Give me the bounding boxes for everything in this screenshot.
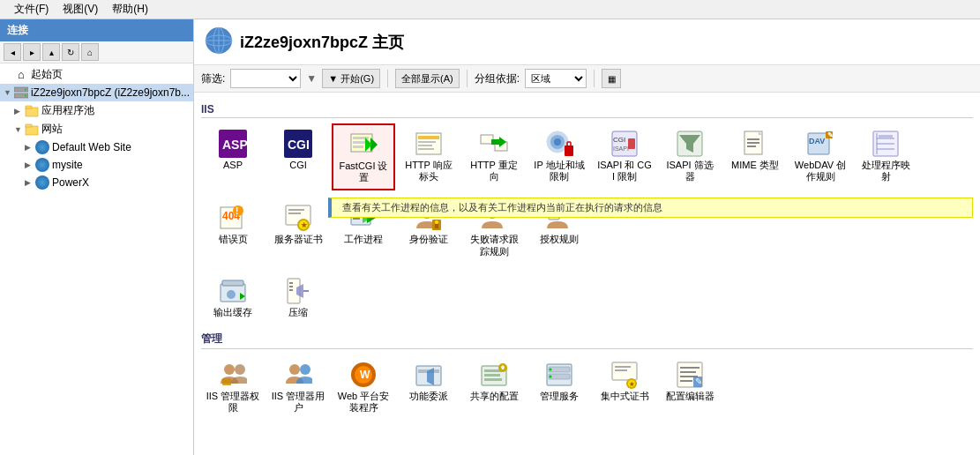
sidebar-item-home[interactable]: ⌂ 起始页 [0,65,193,84]
iis-mgr-rights-icon-item[interactable]: IIS 管理器权限 [201,354,265,420]
svg-text:✎: ✎ [695,377,702,386]
auth-label: 身份验证 [409,234,448,245]
shared-config-icon-item[interactable]: 共享的配置 [462,354,526,420]
isapi-cgi-icon: CGI ISAPI [610,130,639,158]
iis-section-label: IIS [201,103,973,118]
feature-icon-item[interactable]: 功能委派 [397,354,460,420]
ip-icon [545,130,573,158]
authz-label: 授权规则 [540,234,579,245]
shared-config-label: 共享的配置 [470,391,519,402]
svg-point-33 [554,138,561,145]
filter-select[interactable] [230,69,301,88]
web-plat-icon: W [349,361,378,389]
home-button[interactable]: ⌂ [81,43,99,61]
svg-rect-28 [481,135,493,144]
webdav-icon-item[interactable]: DAV ✎ WebDAV 创作规则 [789,123,852,190]
group-select[interactable]: 区域 [525,69,587,88]
menu-file[interactable]: 文件(F) [7,0,56,19]
worker-tooltip: 查看有关工作进程的信息，以及有关工作进程内当前正在执行的请求的信息 [328,198,973,218]
svg-rect-25 [418,141,436,143]
mime-icon-item[interactable]: MIME 类型 [723,123,787,190]
svg-rect-125 [680,371,696,373]
sidebar-item-server[interactable]: ▼ iZ2ze9joxn7bpcZ (iZ2ze9joxn7b... [0,84,193,101]
web-plat-icon-item[interactable]: W Web 平台安装程序 [332,354,395,420]
output-icon [219,277,247,305]
svg-point-96 [235,364,245,375]
error-icon: 404 ! [219,204,247,232]
svg-text:ISAPI: ISAPI [613,145,629,152]
refresh-button[interactable]: ↻ [62,43,79,61]
back-button[interactable]: ◂ [4,43,21,61]
svg-rect-4 [26,108,38,116]
expand-icon: ▶ [25,143,35,152]
expand-icon: ▼ [14,125,25,134]
svg-text:DAV: DAV [809,137,825,145]
expand-icon: ▶ [14,107,25,116]
svg-text:!: ! [236,206,238,216]
start-button[interactable]: ▼ 开始(G) [322,69,380,88]
sidebar-item-apppool[interactable]: ▶ 应用程序池 [0,101,193,120]
svg-rect-71 [353,218,360,220]
output-icon-item[interactable]: 输出缓存 [201,271,265,324]
cert-label: 服务器证书 [274,234,323,245]
asp-icon-item[interactable]: ASP ASP [201,123,265,190]
config-editor-icon-item[interactable]: ✎ 配置编辑器 [658,354,722,420]
home-icon: ⌂ [14,68,28,82]
forward-button[interactable]: ▸ [23,43,41,61]
svg-rect-109 [484,378,502,381]
svg-text:CGI: CGI [613,136,625,144]
menu-help[interactable]: 帮助(H) [105,0,155,19]
mgmt-svc-icon [545,361,573,389]
show-all-button[interactable]: 全部显示(A) [395,69,460,88]
sidebar-item-defaultsite[interactable]: ▶ Default Web Site [0,138,193,156]
central-cert-icon-item[interactable]: ★ 集中式证书 [593,354,656,420]
separator [594,70,595,87]
compress-icon-item[interactable]: 压缩 [266,271,330,324]
svg-rect-118 [615,366,631,368]
svg-rect-7 [26,124,32,127]
menu-view[interactable]: 视图(V) [56,0,105,19]
sidebar-item-mysite[interactable]: ▶ mysite [0,156,193,174]
error-icon-item[interactable]: 404 ! 错误页 [201,198,265,263]
sidebar-header: 连接 [0,19,193,41]
cgi-label: CGI [289,160,307,171]
fastcgi-label: FastCGI 设置 [337,160,390,183]
svg-rect-20 [353,145,363,148]
up-button[interactable]: ▴ [42,43,60,61]
fastcgi-icon [349,131,378,159]
svg-rect-119 [615,369,627,371]
svg-point-98 [289,364,300,375]
svg-rect-56 [879,135,893,138]
cgi-icon-item[interactable]: CGI CGI [266,123,330,190]
app-container: 连接 ◂ ▸ ▴ ↻ ⌂ ⌂ 起始页 ▼ [0,19,980,455]
http-redirect-icon-item[interactable]: HTTP 重定向 [462,123,526,190]
error-label: 错误页 [219,234,248,245]
http-header-icon-item[interactable]: HTTP 响应标头 [397,123,460,190]
iis-icon-grid-row2: 404 ! 错误页 [201,198,973,263]
asp-icon: ASP [219,130,247,158]
sidebar-item-label: PowerX [52,176,89,189]
isapi-filter-icon [676,130,704,158]
iis-mgr-user-label: IIS 管理器用户 [271,391,325,414]
view-button[interactable]: ▦ [602,69,621,88]
svg-rect-113 [549,367,570,372]
fastcgi-icon-item[interactable]: FastCGI 设置 [332,123,395,190]
svg-rect-5 [26,106,32,108]
handler-icon-item[interactable]: 处理程序映射 [854,123,917,190]
isapi-filter-icon-item[interactable]: ISAPI 筛选器 [658,123,722,190]
apppool-icon [25,104,39,118]
filter-icon: ▼ [306,72,317,85]
failed-label: 失败请求跟踪规则 [467,234,521,257]
mgmt-svc-icon-item[interactable]: 管理服务 [527,354,591,420]
sidebar-item-powerx[interactable]: ▶ PowerX [0,174,193,191]
cert-icon-item[interactable]: ★ 服务器证书 [266,198,330,263]
iis-mgr-user-icon-item[interactable]: IIS 管理器用户 [266,354,330,420]
feature-icon [415,361,443,389]
svg-rect-86 [222,280,243,286]
panel-icon [205,26,233,57]
ip-restrict-icon-item[interactable]: IP 地址和域限制 [527,123,591,190]
svg-rect-97 [222,378,231,385]
http-redirect-label: HTTP 重定向 [467,160,521,183]
isapi-cgi-icon-item[interactable]: CGI ISAPI ISAPI 和 CGI 限制 [593,123,656,190]
sidebar-item-sites[interactable]: ▼ 网站 [0,120,193,138]
